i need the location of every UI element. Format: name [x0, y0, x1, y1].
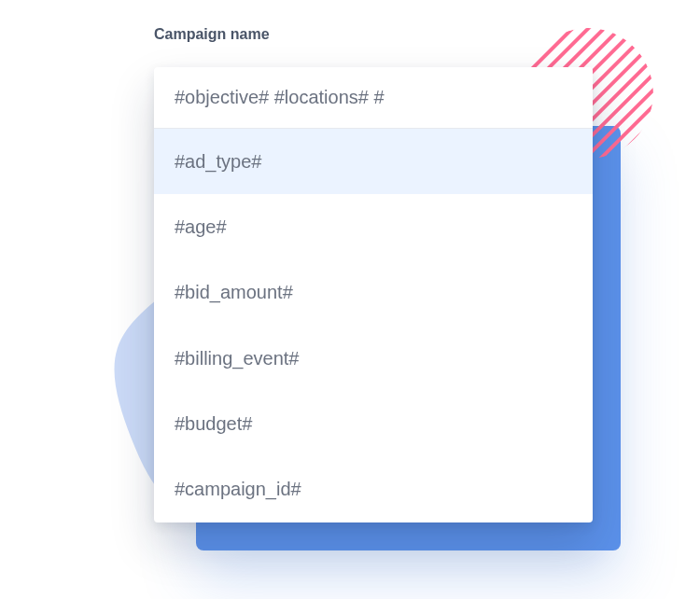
option-label: #campaign_id#: [175, 479, 301, 500]
field-label: Campaign name: [154, 26, 270, 43]
option-campaign-id[interactable]: #campaign_id#: [154, 457, 593, 522]
input-row: [154, 67, 593, 129]
option-bid-amount[interactable]: #bid_amount#: [154, 260, 593, 326]
option-billing-event[interactable]: #billing_event#: [154, 326, 593, 391]
option-age[interactable]: #age#: [154, 194, 593, 259]
option-label: #bid_amount#: [175, 282, 293, 303]
option-label: #budget#: [175, 413, 252, 435]
option-label: #age#: [175, 216, 227, 238]
option-ad-type[interactable]: #ad_type#: [154, 129, 593, 194]
campaign-name-input[interactable]: [175, 87, 572, 108]
dropdown-options: #ad_type# #age# #bid_amount# #billing_ev…: [154, 129, 593, 522]
option-budget[interactable]: #budget#: [154, 391, 593, 456]
campaign-name-card: #ad_type# #age# #bid_amount# #billing_ev…: [154, 67, 593, 522]
option-label: #ad_type#: [175, 151, 261, 173]
option-label: #billing_event#: [175, 348, 299, 369]
